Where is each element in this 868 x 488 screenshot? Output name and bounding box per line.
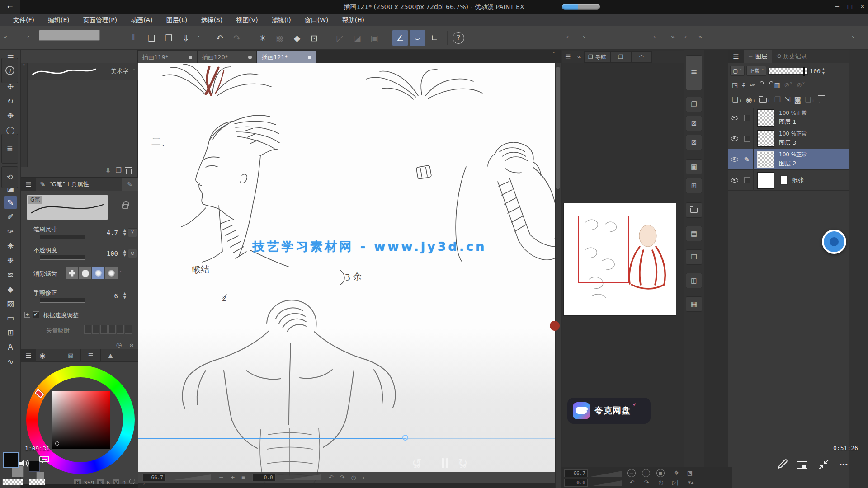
new-layer-icon[interactable]: ❏₊: [732, 95, 742, 104]
open-file-icon[interactable]: ❐: [161, 30, 176, 46]
blend-mode-select[interactable]: 正常˅: [746, 66, 767, 76]
foreground-color-swatch[interactable]: [3, 452, 19, 468]
zoom-out-icon[interactable]: −: [219, 474, 224, 481]
color-wheel-tab[interactable]: ▧: [61, 349, 80, 362]
clip-to-layer-icon[interactable]: ◳: [732, 81, 738, 89]
exit-fullscreen-icon[interactable]: [817, 458, 830, 471]
history-panel-button[interactable]: ⟲: [1, 166, 18, 188]
layer-visibility-toggle[interactable]: [728, 149, 741, 170]
navigator-tab[interactable]: ❐ 导航: [584, 51, 610, 63]
menu-item[interactable]: 动画(A): [124, 14, 160, 26]
reference-layer-icon[interactable]: ⍏: [742, 81, 745, 89]
brush-list-scrollbar[interactable]: ⌃: [21, 63, 28, 167]
pen-tool-icon[interactable]: ✎: [4, 196, 17, 209]
nav-flip-icon[interactable]: ❖: [671, 469, 682, 477]
saturation-value-box[interactable]: [52, 391, 110, 449]
rotate-reset-icon[interactable]: ◷: [351, 474, 356, 481]
nav-rotate-value[interactable]: 0.0: [564, 479, 588, 487]
chevron-down-icon[interactable]: ˅: [133, 69, 135, 74]
canvas[interactable]: 二、 喉结 2 3 余 技艺学习素材网 - www.jy3d.cn ↺10 ↻3…: [138, 63, 561, 488]
layer-checkbox[interactable]: [741, 149, 754, 170]
sv-marker[interactable]: [55, 441, 59, 446]
snap-to-grid-icon[interactable]: ∟: [427, 30, 442, 46]
collapse-left-icon[interactable]: «: [4, 33, 7, 40]
layers-tab[interactable]: ≣ 图层: [744, 50, 772, 63]
panel-button[interactable]: [686, 202, 702, 218]
anti-alias-weak-button[interactable]: [79, 267, 91, 279]
disable-icon[interactable]: ⌀: [130, 341, 133, 348]
rotate-canvas-tool-icon[interactable]: ↻: [4, 95, 17, 108]
transform-icon[interactable]: ⊡: [307, 30, 322, 46]
panel-button[interactable]: ❐: [686, 97, 702, 112]
minimize-button[interactable]: ─: [831, 0, 844, 14]
flip-horizontal-icon[interactable]: ‹: [363, 474, 365, 481]
nav-zoom-slider[interactable]: [590, 471, 622, 477]
expand-icon[interactable]: +: [24, 312, 30, 318]
panel-button[interactable]: ▣: [686, 159, 702, 174]
size-source-button[interactable]: ⊻: [128, 228, 137, 237]
anti-alias-none-button[interactable]: [66, 267, 78, 279]
layer-thumbnail[interactable]: [757, 130, 774, 147]
fill-tool-icon[interactable]: ◆: [4, 283, 17, 296]
layer-row[interactable]: 100 %正常 图层 1: [728, 108, 849, 128]
panel-button[interactable]: ▦: [686, 296, 702, 312]
stepper-icon[interactable]: ▲▼: [822, 67, 825, 75]
frame-tool-icon[interactable]: ⊞: [4, 326, 17, 339]
nav-zoom-value[interactable]: 66.7: [564, 469, 588, 477]
stepper-icon[interactable]: ▲▼: [123, 292, 126, 300]
sub-view-tab[interactable]: ❐: [610, 51, 631, 63]
invert-selection-icon[interactable]: ◸: [332, 30, 348, 46]
panel-arrow-icon[interactable]: ‹: [566, 33, 569, 40]
layer-checkbox[interactable]: [741, 128, 754, 149]
menu-item[interactable]: 编辑(E): [41, 14, 76, 26]
copy-brush-icon[interactable]: ❐: [116, 166, 122, 174]
layer-row[interactable]: 100 %正常 图层 2: [728, 149, 849, 170]
layer-opacity-value[interactable]: 100: [810, 68, 820, 75]
opacity-value[interactable]: 100: [107, 250, 118, 257]
workspace-scrub-box[interactable]: [39, 30, 100, 41]
quick-access-icon[interactable]: ⌁: [574, 53, 584, 61]
close-button[interactable]: ✕: [856, 0, 868, 14]
pencil-tool-icon[interactable]: ✐: [4, 211, 17, 223]
divider-handle[interactable]: ‖: [132, 33, 135, 40]
history-tab[interactable]: ⟲ 历史记录: [772, 50, 811, 63]
player-progress-pill[interactable]: [562, 4, 600, 10]
panel-arrow-icon[interactable]: ‹: [684, 33, 687, 40]
tab-list-dropdown-icon[interactable]: ˅: [552, 52, 555, 58]
fill-icon[interactable]: ◆: [289, 30, 305, 46]
new-document-icon[interactable]: ❏: [144, 30, 159, 46]
layer-opacity-slider[interactable]: [768, 68, 808, 75]
panel-arrow-icon[interactable]: »: [671, 33, 675, 40]
layers-panel-button[interactable]: ≣: [1, 134, 18, 164]
move-tool-icon[interactable]: ✥: [4, 109, 17, 122]
panel-button[interactable]: ⊠: [686, 135, 702, 150]
decoration-tool-icon[interactable]: ❉: [4, 254, 17, 267]
quark-drive-widget[interactable]: 夸克网盘 ⚡: [567, 398, 651, 424]
brush-tool-icon[interactable]: ✑: [4, 225, 17, 238]
anti-alias-strong-button[interactable]: [105, 267, 118, 279]
navigator-thumbnail[interactable]: [564, 203, 676, 315]
color-approx-tab[interactable]: ▲: [100, 349, 120, 362]
panel-menu-icon[interactable]: ☰: [21, 178, 36, 191]
nav-rotate-reset-icon[interactable]: ◷: [656, 479, 666, 487]
nav-rotate-cw-icon[interactable]: ↷: [641, 479, 652, 487]
brush-detail-tab[interactable]: ✎: [122, 178, 138, 191]
menu-item[interactable]: 视图(V): [229, 14, 265, 26]
layer-visibility-toggle[interactable]: [728, 128, 741, 149]
panel-menu-icon[interactable]: ☰: [562, 53, 574, 61]
speed-adjust-checkbox[interactable]: [33, 311, 39, 318]
duplicate-layer-icon[interactable]: ❐: [774, 95, 781, 104]
nav-fullview-icon[interactable]: ⬔: [684, 469, 695, 477]
nav-flip-h-icon[interactable]: ▷|◁: [670, 479, 681, 487]
brush-size-value[interactable]: 4.7: [107, 229, 118, 236]
canvas-rotate-slider[interactable]: [280, 474, 321, 480]
annotate-pencil-icon[interactable]: [776, 458, 788, 471]
brush-size-slider[interactable]: [40, 235, 85, 239]
nav-zoom-fit-icon[interactable]: ▪: [656, 469, 665, 477]
layer-visibility-toggle[interactable]: [728, 108, 741, 128]
blend-tool-icon[interactable]: ≋: [4, 268, 17, 281]
zoom-fit-icon[interactable]: ▪: [241, 474, 245, 481]
enable-mask-icon[interactable]: ⊘˅: [784, 81, 793, 89]
menu-item[interactable]: 窗口(W): [298, 14, 335, 26]
selection-border-icon[interactable]: ▣: [367, 30, 382, 46]
